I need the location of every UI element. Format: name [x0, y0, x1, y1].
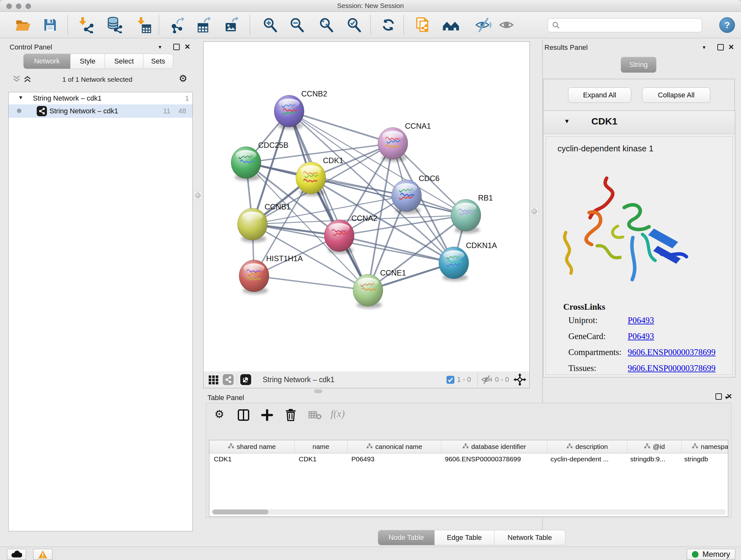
column-header-name[interactable]: name — [294, 440, 347, 453]
network-share-icon-gray[interactable] — [223, 374, 233, 385]
network-edges[interactable] — [246, 111, 466, 290]
clone-network-button[interactable] — [414, 16, 431, 34]
search-field[interactable] — [548, 18, 702, 32]
close-panel-icon[interactable]: ✕ — [726, 392, 732, 401]
crosslink-link[interactable]: P06493 — [628, 315, 654, 325]
node-CDC6[interactable]: CDC6 — [392, 174, 440, 214]
panel-menu-icon[interactable]: ▾ — [158, 44, 161, 51]
node-CDKN1A[interactable]: CDKN1A — [439, 241, 497, 281]
gear-icon[interactable]: ⚙ — [179, 73, 187, 84]
tab-sets[interactable]: Sets — [143, 54, 173, 69]
warnings-button[interactable] — [33, 549, 52, 560]
string-network-graph[interactable]: CCNB2CCNA1CDC25BCDK1CDC6RB1CCNB1CCNA2CDK… — [204, 42, 529, 371]
collapse-all-button[interactable]: Collapse All — [642, 87, 711, 103]
save-session-button[interactable] — [42, 16, 59, 34]
delete-trash-icon[interactable] — [285, 408, 297, 421]
help-button[interactable]: ? — [719, 17, 735, 33]
tab-node-table[interactable]: Node Table — [378, 530, 434, 545]
hide-panels-button[interactable] — [475, 16, 492, 34]
zoom-out-button[interactable] — [288, 16, 306, 34]
tab-style[interactable]: Style — [70, 54, 105, 69]
eye-slash-icon — [475, 17, 492, 33]
tab-edge-table[interactable]: Edge Table — [434, 530, 494, 545]
split-columns-icon[interactable] — [238, 409, 250, 421]
refresh-button[interactable] — [380, 16, 397, 34]
network-collection-row[interactable]: ▼ String Network – cdk1 1 — [9, 92, 192, 105]
import-table-button[interactable] — [135, 16, 152, 34]
selected-checkbox-icon[interactable] — [447, 376, 455, 384]
grid-view-icon[interactable] — [208, 374, 219, 385]
column-header-canonical-name[interactable]: canonical name — [347, 440, 441, 453]
horizontal-scrollbar-track[interactable] — [211, 509, 726, 515]
node-CCNB1[interactable]: CCNB1 — [238, 202, 290, 242]
crosslink-label: Uniprot: — [568, 315, 628, 325]
memory-button[interactable]: Memory — [687, 549, 735, 560]
table-row[interactable]: CDK1CDK1P064939606.ENSP00000378699cyclin… — [209, 453, 728, 465]
node-HIST1H1A[interactable]: HIST1H1A — [239, 254, 303, 294]
node-RB1[interactable]: RB1 — [451, 193, 493, 233]
table-cell[interactable]: CDK1 — [294, 453, 347, 465]
right-splitter-handle[interactable] — [530, 207, 539, 216]
node-CCNB2[interactable]: CCNB2 — [274, 89, 327, 129]
network-view-canvas[interactable]: CCNB2CCNA1CDC25BCDK1CDC6RB1CCNB1CCNA2CDK… — [203, 42, 530, 372]
table-panel-title: Table Panel — [207, 394, 244, 402]
string-home-button[interactable] — [442, 16, 460, 34]
tab-network[interactable]: Network — [23, 54, 71, 69]
add-column-icon[interactable] — [261, 409, 273, 421]
table-cell[interactable]: stringdb — [680, 453, 728, 465]
birdseye-navigator-icon[interactable] — [514, 373, 526, 386]
export-table-button[interactable] — [195, 16, 212, 34]
column-header-shared-name[interactable]: shared name — [209, 440, 294, 453]
import-network-file-button[interactable] — [77, 16, 94, 34]
column-header-description[interactable]: description — [547, 440, 627, 453]
gear-icon[interactable]: ⚙ — [214, 408, 224, 421]
close-panel-icon[interactable]: ✕ — [728, 43, 734, 51]
zoom-fit-button[interactable] — [318, 16, 335, 34]
close-panel-icon[interactable]: ✕ — [185, 43, 190, 51]
zoom-selected-button[interactable] — [346, 16, 363, 34]
column-header-namespace[interactable]: namespace — [682, 440, 728, 453]
node-attribute-table[interactable]: shared namenamecanonical namedatabase id… — [209, 440, 728, 516]
search-input[interactable] — [562, 21, 702, 29]
detach-view-icon[interactable] — [240, 374, 251, 385]
network-nodes[interactable]: CCNB2CCNA1CDC25BCDK1CDC6RB1CCNB1CCNA2CDK… — [231, 89, 497, 308]
open-folder-icon — [14, 17, 31, 33]
edge-count: 48 — [179, 107, 186, 115]
tree-expander-icon[interactable]: ▼ — [18, 95, 23, 101]
node-name-heading: CDK1 — [591, 116, 617, 127]
panel-menu-icon[interactable]: ▾ — [703, 44, 705, 51]
import-network-database-button[interactable] — [106, 16, 123, 34]
open-session-button[interactable] — [14, 16, 31, 34]
horizontal-scrollbar-thumb[interactable] — [212, 509, 268, 514]
node-CDC25B[interactable]: CDC25B — [231, 141, 288, 181]
table-cell[interactable]: cyclin-dependent ... — [546, 453, 626, 465]
column-header--id[interactable]: @id — [627, 440, 682, 453]
tab-network-table[interactable]: Network Table — [494, 530, 565, 545]
tab-select[interactable]: Select — [105, 54, 143, 69]
table-cell[interactable]: P06493 — [347, 453, 441, 465]
hidden-eye-slash-icon — [481, 375, 492, 384]
left-splitter-handle[interactable] — [193, 191, 202, 200]
table-cell[interactable]: CDK1 — [209, 453, 294, 465]
collapse-entry-icon[interactable]: ▼ — [564, 118, 570, 125]
table-cell[interactable]: stringdb:9... — [626, 453, 680, 465]
crosslink-link[interactable]: 9606.ENSP00000378699 — [628, 363, 716, 373]
export-image-button[interactable] — [223, 16, 240, 34]
crosslink-link[interactable]: 9606.ENSP00000378699 — [628, 348, 716, 357]
table-cell[interactable]: 9606.ENSP00000378699 — [441, 453, 546, 465]
expand-all-button[interactable]: Expand All — [568, 87, 631, 103]
column-header-database-identifier[interactable]: database identifier — [441, 440, 547, 453]
network-row-selected[interactable]: String Network – cdk1 11 48 — [9, 105, 192, 118]
float-panel-icon[interactable] — [718, 44, 724, 51]
zoom-in-button[interactable] — [262, 16, 279, 34]
crosslink-link[interactable]: P06493 — [628, 331, 654, 341]
cloud-button[interactable] — [7, 549, 26, 560]
float-panel-icon[interactable] — [173, 44, 180, 50]
eye-button[interactable] — [498, 16, 516, 34]
table-header-row: shared namenamecanonical namedatabase id… — [209, 440, 728, 453]
export-network-button[interactable] — [169, 16, 186, 34]
float-panel-icon[interactable] — [716, 393, 722, 400]
node-card-header[interactable]: ▼ CDK1 — [543, 111, 735, 134]
node-label-CDK1: CDK1 — [323, 156, 343, 165]
tab-string[interactable]: String — [621, 57, 657, 73]
